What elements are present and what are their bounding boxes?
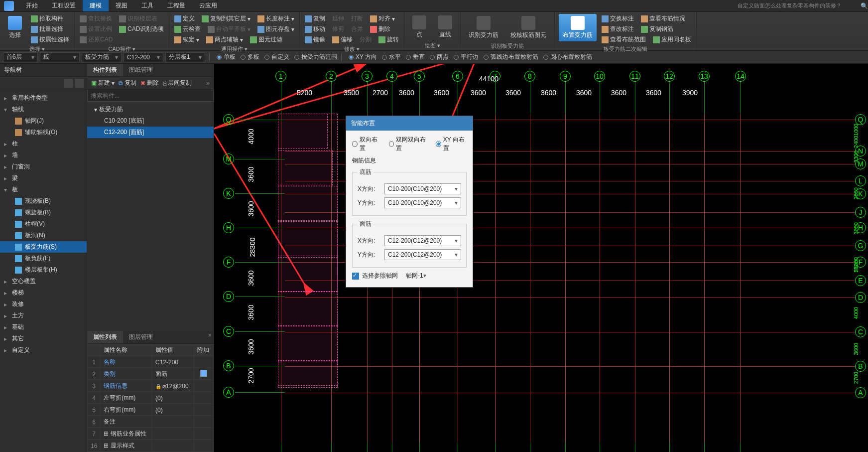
slab-outline[interactable] xyxy=(278,326,338,361)
nav-item[interactable]: 板洞(N) xyxy=(0,230,87,241)
align-button[interactable]: 对齐 ▾ xyxy=(369,14,396,23)
nav-item[interactable]: 螺旋板(B) xyxy=(0,207,87,218)
mirror-button[interactable]: 镜像 xyxy=(304,35,326,44)
tab-drawing[interactable]: 图纸管理 xyxy=(123,64,159,76)
component-select[interactable]: C12-200▾ xyxy=(124,52,163,62)
component-group[interactable]: ▾板受力筋 xyxy=(87,104,214,115)
top-y-select[interactable]: C12-200(C12@200) xyxy=(384,249,461,260)
copy-to-layer-button[interactable]: 复制到其它层 ▾ xyxy=(201,14,251,23)
identify-floor-table-button[interactable]: 识别楼层表 xyxy=(118,14,158,23)
nav-item[interactable]: 板负筋(F) xyxy=(0,253,87,264)
nav-item[interactable]: 现浇板(B) xyxy=(0,195,87,207)
select-button[interactable]: 选择 xyxy=(4,14,26,41)
slab-outline[interactable] xyxy=(278,186,338,221)
layer-copy-button[interactable]: ⎘层间复制 xyxy=(163,79,192,87)
tree-view-icon[interactable] xyxy=(75,79,84,88)
list-view-icon[interactable] xyxy=(64,79,73,88)
swap-dim-button[interactable]: 交换标注 xyxy=(601,14,635,23)
rotate-button[interactable]: 旋转 xyxy=(377,35,400,44)
slab-outline[interactable] xyxy=(278,151,333,185)
menu-start[interactable]: 开始 xyxy=(19,0,45,11)
extend-button[interactable]: 延伸 xyxy=(331,14,345,23)
place-rebar-button[interactable]: 布置受力筋 xyxy=(559,14,597,41)
nav-item[interactable]: ▸装修 xyxy=(0,299,87,310)
new-component-button[interactable]: ▣新建 ▾ xyxy=(91,79,115,87)
nav-item[interactable]: ▸其它 xyxy=(0,333,87,344)
radio-xy[interactable]: XY 方向 xyxy=(349,53,377,61)
nav-item[interactable]: 楼层板带(H) xyxy=(0,264,87,276)
merge-button[interactable]: 合并 xyxy=(350,24,364,34)
edit-dim-button[interactable]: 查改标注 xyxy=(601,24,635,34)
nav-item[interactable]: ▸自定义 xyxy=(0,344,87,356)
close-icon[interactable]: × xyxy=(208,332,212,339)
nav-item[interactable]: 辅助轴线(O) xyxy=(0,127,87,138)
lock-button[interactable]: 锁定 ▾ xyxy=(173,35,200,44)
offset-button[interactable]: 偏移 xyxy=(331,35,354,44)
apply-same-slab-button[interactable]: 应用同名板 xyxy=(652,35,692,44)
tab-component-list[interactable]: 构件列表 xyxy=(87,64,123,76)
check-slab-rebar-button[interactable]: 校核板筋图元 xyxy=(506,14,550,41)
radio-single-slab[interactable]: 单板 xyxy=(217,53,236,61)
move-button[interactable]: 移动 xyxy=(304,24,326,34)
property-row[interactable]: 6备注 xyxy=(88,416,214,428)
radio-xy-layout[interactable]: XY 向布置 xyxy=(436,136,467,152)
nav-item[interactable]: 柱帽(V) xyxy=(0,218,87,230)
cloud-check-button[interactable]: 云检查 xyxy=(173,24,202,34)
radio-by-range[interactable]: 按受力筋范围 xyxy=(294,53,337,61)
axis-checkbox[interactable] xyxy=(352,273,359,280)
radio-custom[interactable]: 自定义 xyxy=(264,53,289,61)
property-row[interactable]: 3钢筋信息⌀12@200 xyxy=(88,380,214,392)
menu-modeling[interactable]: 建模 xyxy=(83,0,109,11)
menu-cloud[interactable]: 云应用 xyxy=(192,0,224,11)
property-row[interactable]: 16⊞ 显示样式 xyxy=(88,440,214,452)
menu-proj-settings[interactable]: 工程设置 xyxy=(45,0,83,11)
type-select[interactable]: 板受力筋▾ xyxy=(82,52,122,62)
element-save-button[interactable]: 图元存盘 ▾ xyxy=(256,24,295,34)
radio-two-point[interactable]: 两点 xyxy=(430,53,449,61)
radio-center-radial[interactable]: 圆心布置放射筋 xyxy=(543,53,592,61)
copy-button[interactable]: 复制 xyxy=(304,14,326,23)
break-button[interactable]: 打断 xyxy=(350,14,364,23)
trim-button[interactable]: 修剪 xyxy=(331,24,345,34)
delete-component-button[interactable]: ✖删除 xyxy=(140,79,159,87)
radio-vertical[interactable]: 垂直 xyxy=(406,53,425,61)
point-button[interactable]: 点 xyxy=(408,13,430,41)
component-item-c12[interactable]: C12-200 [面筋] xyxy=(87,127,214,138)
property-row[interactable]: 5右弯折(mm)(0) xyxy=(88,404,214,416)
view-rebar-button[interactable]: 查看布筋情况 xyxy=(640,14,686,23)
radio-parallel[interactable]: 平行边 xyxy=(454,53,479,61)
nav-item[interactable]: 轴网(J) xyxy=(0,115,87,127)
bottom-y-select[interactable]: C10-200(C10@200) xyxy=(384,197,461,208)
delete-button[interactable]: 删除 xyxy=(369,24,391,34)
copy-component-button[interactable]: ⧉复制 xyxy=(119,79,136,87)
cad-options-button[interactable]: CAD识别选项 xyxy=(118,24,165,34)
axis-select[interactable]: 轴网-1 xyxy=(406,272,467,280)
nav-item[interactable]: ▸常用构件类型 xyxy=(0,92,87,104)
find-replace-button[interactable]: 查找替换 xyxy=(79,14,113,23)
nav-item[interactable]: ▸柱 xyxy=(0,138,87,150)
slab-outline[interactable] xyxy=(278,257,338,292)
set-scale-button[interactable]: 设置比例 xyxy=(79,24,113,34)
two-point-axis-button[interactable]: 两点辅轴 ▾ xyxy=(205,35,244,44)
nav-item[interactable]: ▾轴线 xyxy=(0,104,87,115)
property-row[interactable]: 1名称C12-200 xyxy=(88,356,214,368)
nav-item[interactable]: ▸墙 xyxy=(0,150,87,161)
bottom-x-select[interactable]: C10-200(C10@200) xyxy=(384,183,461,194)
length-dim-button[interactable]: 长度标注 ▾ xyxy=(256,14,295,23)
component-item-c10[interactable]: C10-200 [底筋] xyxy=(87,115,214,127)
search-icon[interactable]: 🔍 xyxy=(861,2,868,9)
slab-outline[interactable] xyxy=(278,114,328,149)
nav-item[interactable]: ▸楼梯 xyxy=(0,287,87,299)
floor-select[interactable]: 首6层▾ xyxy=(3,52,38,62)
nav-item[interactable]: ▸空心楼盖 xyxy=(0,276,87,287)
radio-arc-radial[interactable]: 弧线边布置放射筋 xyxy=(484,53,538,61)
nav-item[interactable]: ▸土方 xyxy=(0,310,87,321)
nav-item[interactable]: ▸基础 xyxy=(0,321,87,333)
slab-outline[interactable] xyxy=(278,291,338,326)
drawing-canvas[interactable]: 1234567891011121314520035002700360036003… xyxy=(214,64,868,452)
property-row[interactable]: 2类别面筋 xyxy=(88,368,214,380)
slab-outline[interactable] xyxy=(278,221,338,256)
radio-double-net[interactable]: 双网双向布置 xyxy=(389,136,427,152)
tab-properties[interactable]: 属性列表 xyxy=(87,331,123,343)
batch-select-button[interactable]: 批量选择 xyxy=(30,24,70,34)
